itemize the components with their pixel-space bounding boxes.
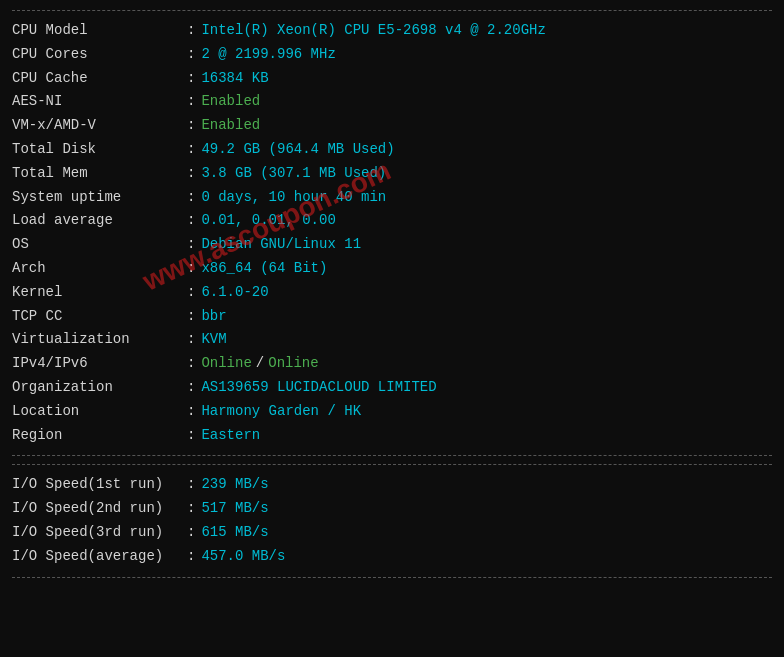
table-row: TCP CC: bbr (12, 305, 772, 329)
ipv4-status: Online (201, 352, 251, 376)
row-colon: : (187, 43, 195, 67)
table-row: Load average: 0.01, 0.01, 0.00 (12, 209, 772, 233)
row-label: Arch (12, 257, 187, 281)
row-label: I/O Speed(2nd run) (12, 497, 187, 521)
table-row: Location: Harmony Garden / HK (12, 400, 772, 424)
table-row: I/O Speed(average): 457.0 MB/s (12, 545, 772, 569)
row-value: 457.0 MB/s (201, 545, 285, 569)
row-label: CPU Cache (12, 67, 187, 91)
row-value: 16384 KB (201, 67, 268, 91)
row-colon: : (187, 545, 195, 569)
row-colon: : (187, 114, 195, 138)
row-label: Virtualization (12, 328, 187, 352)
row-colon: : (187, 376, 195, 400)
table-row: CPU Cores: 2 @ 2199.996 MHz (12, 43, 772, 67)
row-label: CPU Model (12, 19, 187, 43)
row-value: 239 MB/s (201, 473, 268, 497)
row-value: 517 MB/s (201, 497, 268, 521)
row-label: I/O Speed(1st run) (12, 473, 187, 497)
row-value: 0.01, 0.01, 0.00 (201, 209, 335, 233)
row-label: I/O Speed(average) (12, 545, 187, 569)
slash-separator: / (256, 352, 264, 376)
row-value: 49.2 GB (964.4 MB Used) (201, 138, 394, 162)
system-info-section: CPU Model: Intel(R) Xeon(R) CPU E5-2698 … (12, 10, 772, 456)
table-row: AES-NI: Enabled (12, 90, 772, 114)
row-label: I/O Speed(3rd run) (12, 521, 187, 545)
row-value: Enabled (201, 90, 260, 114)
row-value: x86_64 (64 Bit) (201, 257, 327, 281)
row-value: Enabled (201, 114, 260, 138)
row-colon: : (187, 209, 195, 233)
row-colon: : (187, 67, 195, 91)
table-row: Total Mem: 3.8 GB (307.1 MB Used) (12, 162, 772, 186)
row-colon: : (187, 352, 195, 376)
row-value: 2 @ 2199.996 MHz (201, 43, 335, 67)
table-row: CPU Model: Intel(R) Xeon(R) CPU E5-2698 … (12, 19, 772, 43)
row-colon: : (187, 497, 195, 521)
row-value: Harmony Garden / HK (201, 400, 361, 424)
table-row: Organization: AS139659 LUCIDACLOUD LIMIT… (12, 376, 772, 400)
row-colon: : (187, 281, 195, 305)
row-colon: : (187, 90, 195, 114)
table-row: Kernel: 6.1.0-20 (12, 281, 772, 305)
table-row: Arch: x86_64 (64 Bit) (12, 257, 772, 281)
row-label: Organization (12, 376, 187, 400)
row-label: Load average (12, 209, 187, 233)
row-colon: : (187, 19, 195, 43)
table-row: I/O Speed(1st run): 239 MB/s (12, 473, 772, 497)
row-colon: : (187, 424, 195, 448)
table-row: VM-x/AMD-V: Enabled (12, 114, 772, 138)
table-row: Total Disk: 49.2 GB (964.4 MB Used) (12, 138, 772, 162)
row-label: Location (12, 400, 187, 424)
row-value: Intel(R) Xeon(R) CPU E5-2698 v4 @ 2.20GH… (201, 19, 545, 43)
row-label: OS (12, 233, 187, 257)
row-colon: : (187, 521, 195, 545)
table-row: IPv4/IPv6: Online / Online (12, 352, 772, 376)
row-label: Total Disk (12, 138, 187, 162)
row-label: Kernel (12, 281, 187, 305)
row-colon: : (187, 400, 195, 424)
table-row: I/O Speed(3rd run): 615 MB/s (12, 521, 772, 545)
row-value: KVM (201, 328, 226, 352)
row-colon: : (187, 138, 195, 162)
row-label: AES-NI (12, 90, 187, 114)
main-container: www.ascoupon.com CPU Model: Intel(R) Xeo… (12, 10, 772, 578)
row-colon: : (187, 328, 195, 352)
row-value: 615 MB/s (201, 521, 268, 545)
table-row: System uptime: 0 days, 10 hour 40 min (12, 186, 772, 210)
row-colon: : (187, 473, 195, 497)
table-row: CPU Cache: 16384 KB (12, 67, 772, 91)
row-colon: : (187, 305, 195, 329)
row-label: TCP CC (12, 305, 187, 329)
row-label: CPU Cores (12, 43, 187, 67)
row-label: IPv4/IPv6 (12, 352, 187, 376)
row-colon: : (187, 257, 195, 281)
row-colon: : (187, 162, 195, 186)
table-row: OS: Debian GNU/Linux 11 (12, 233, 772, 257)
row-value: Eastern (201, 424, 260, 448)
row-colon: : (187, 186, 195, 210)
row-label: VM-x/AMD-V (12, 114, 187, 138)
row-value: 0 days, 10 hour 40 min (201, 186, 386, 210)
row-label: System uptime (12, 186, 187, 210)
row-colon: : (187, 233, 195, 257)
row-value: bbr (201, 305, 226, 329)
row-label: Region (12, 424, 187, 448)
table-row: Region: Eastern (12, 424, 772, 448)
row-value: 6.1.0-20 (201, 281, 268, 305)
io-speed-section: I/O Speed(1st run): 239 MB/sI/O Speed(2n… (12, 464, 772, 577)
row-label: Total Mem (12, 162, 187, 186)
table-row: Virtualization: KVM (12, 328, 772, 352)
ipv6-status: Online (268, 352, 318, 376)
table-row: I/O Speed(2nd run): 517 MB/s (12, 497, 772, 521)
row-value: Debian GNU/Linux 11 (201, 233, 361, 257)
row-value: 3.8 GB (307.1 MB Used) (201, 162, 386, 186)
row-value: AS139659 LUCIDACLOUD LIMITED (201, 376, 436, 400)
